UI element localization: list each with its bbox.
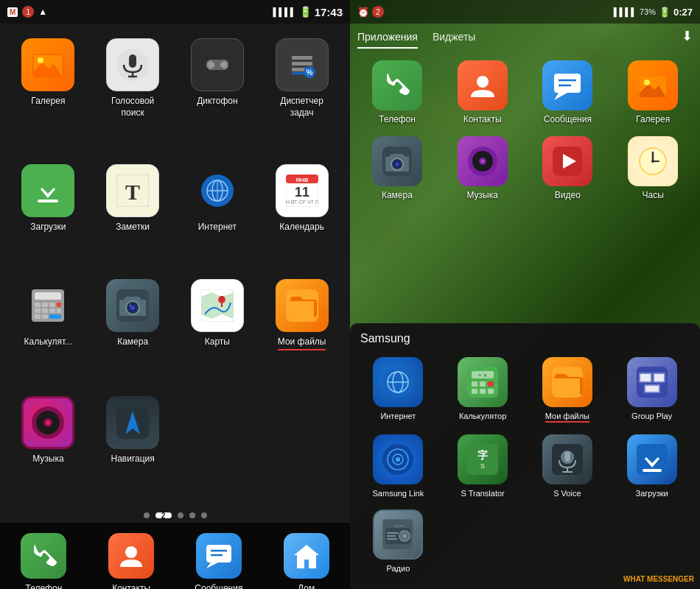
app-downloads[interactable]: Загрузки [6,158,91,267]
right-app-camera[interactable]: Камера [356,132,438,205]
left-statusbar: M 1 ▲ ▌▌▌▌ 🔋 17:43 [0,0,350,24]
home-icon-dock [284,533,329,579]
battery-icon-right: 🔋 [659,7,671,18]
task-manager-icon: % [276,38,329,91]
signal-icon: ▌▌▌▌ [273,7,295,16]
app-voice-search[interactable]: Голосовой поиск [91,32,175,152]
samsung-myfiles-icon [542,357,592,407]
svg-rect-44 [49,308,55,313]
svg-rect-40 [49,303,55,307]
right-gallery-icon [628,60,678,110]
samsung-row-1: Интернет ÷ × Калькулятор Мои файлы [357,353,693,427]
app-navigation[interactable]: Навигация [91,390,175,499]
dock-home[interactable]: Дом [262,527,350,589]
samsung-svoice-icon [542,434,592,484]
samsung-myfiles[interactable]: Мои файлы [527,353,609,427]
samsung-calculator-icon: ÷ × [458,357,508,407]
right-camera-label: Камера [382,190,413,200]
samsung-internet-icon [373,357,423,407]
samsung-groupplay[interactable]: Group Play [611,353,693,427]
download-tab-icon[interactable]: ⬇ [682,28,693,49]
svg-rect-115 [645,386,659,392]
phone-icon-dock [21,533,66,579]
svg-rect-39 [42,303,48,307]
right-gallery-label: Галерея [636,114,670,124]
app-gallery[interactable]: Галерея [6,32,91,152]
svg-rect-37 [35,292,61,300]
maps-label: Карты [205,336,230,348]
samsung-radio[interactable]: Радио [357,505,439,577]
tab-apps[interactable]: Приложения [357,28,418,49]
samsung-stranslator[interactable]: 字S S Translator [442,430,524,502]
contacts-label-dock: Контакты [112,583,150,589]
right-app-contacts[interactable]: Контакты [441,56,524,129]
right-notification-badge: 2 [372,6,384,18]
samsung-downloads[interactable]: Загрузки [611,430,693,502]
samsung-stranslator-label: S Translator [461,489,504,498]
svg-rect-103 [480,381,486,387]
samsung-link[interactable]: Samsung Link [357,430,439,502]
right-app-video[interactable]: Видео [527,132,609,205]
app-myfiles-left[interactable]: Мои файлы [259,273,344,385]
svg-rect-111 [640,374,651,381]
samsung-radio-label: Радио [386,564,410,573]
music-icon-left [21,396,74,449]
right-video-icon [542,136,592,186]
right-app-messages[interactable]: Сообщения [527,56,609,129]
svg-point-12 [220,62,226,68]
right-phone-panel: ⏰ 2 ▌▌▌▌ 73% 🔋 0:27 Приложения Виджеты ⬇… [350,0,700,589]
dot-0[interactable] [144,512,150,518]
right-statusbar: ⏰ 2 ▌▌▌▌ 73% 🔋 0:27 [350,0,700,24]
samsung-row-2: Samsung Link 字S S Translator S Voice [357,430,693,502]
dock-phone[interactable]: Телефон [0,527,88,589]
navigation-label: Навигация [111,454,154,465]
svg-point-83 [395,163,399,166]
svg-point-79 [644,80,650,85]
music-label-left: Музыка [32,454,63,465]
dot-2[interactable] [178,512,183,518]
app-calculator-left[interactable]: Калькулят... [6,273,91,385]
app-task-manager[interactable]: % Диспетчер задач [259,32,344,152]
svg-point-63 [46,420,50,425]
svg-rect-41 [57,303,61,307]
svg-point-119 [396,457,400,462]
svg-rect-4 [129,54,136,68]
dock-messages[interactable]: Сообщения [175,527,263,589]
app-maps[interactable]: Карты [175,273,260,385]
svg-point-94 [651,160,654,163]
svg-text:字: 字 [477,449,488,461]
dot-4[interactable] [201,512,207,518]
right-app-phone[interactable]: Телефон [356,56,438,129]
samsung-svoice[interactable]: S Voice [527,430,609,502]
samsung-calculator[interactable]: ÷ × Калькулятор [442,353,524,427]
right-app-clock[interactable]: Часы [612,132,694,205]
downloads-label: Загрузки [30,222,66,233]
app-internet-left[interactable]: Интернет [175,158,260,267]
dock-contacts[interactable]: Контакты [88,527,175,589]
right-contacts-icon [458,60,508,110]
samsung-radio-icon [373,509,423,560]
app-dictaphone[interactable]: Диктофон [175,32,260,152]
voice-search-label: Голосовой поиск [111,96,154,119]
app-camera-left[interactable]: Камера [91,273,175,385]
watermark-highlight: MESSENGER [647,575,694,583]
calculator-label-left: Калькулят... [24,336,73,348]
dot-3[interactable] [189,512,195,518]
internet-icon-left [191,164,244,217]
svg-rect-42 [35,308,41,313]
right-app-gallery[interactable]: Галерея [612,56,694,129]
svg-rect-106 [480,389,486,394]
svg-text:T: T [125,180,140,204]
dot-1-active[interactable]: 2 [155,512,172,518]
svg-rect-47 [42,314,48,319]
app-calendar[interactable]: ЯНВ11ПН ВТ СР ЧТ ПТ Календарь [259,158,344,267]
app-notes[interactable]: T Заметки [91,158,175,267]
tab-widgets[interactable]: Виджеты [433,28,476,49]
right-app-music[interactable]: Музыка [441,132,524,205]
svg-rect-125 [564,451,570,462]
svg-rect-104 [488,381,494,387]
app-music-left[interactable]: Музыка [6,390,91,499]
svg-rect-107 [488,389,494,394]
samsung-internet[interactable]: Интернет [357,353,439,427]
svg-point-11 [209,62,214,68]
